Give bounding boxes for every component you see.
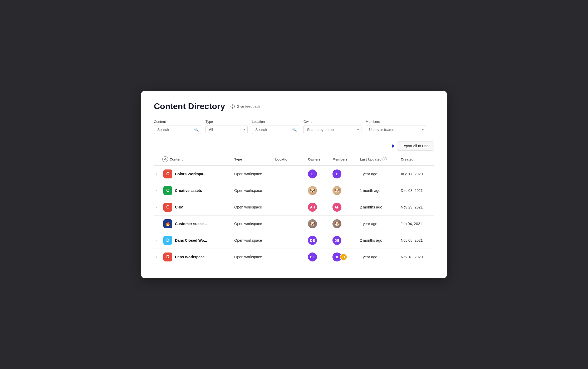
content-name-cell: 🔥Customer succe...	[161, 216, 232, 232]
expand-cell[interactable]: ›	[154, 232, 161, 249]
avatar: 🐶	[308, 219, 317, 228]
type-cell: Open workspace	[232, 199, 273, 216]
member-plus-badge: +1	[340, 253, 347, 261]
created-cell: Nov 08, 2021	[399, 232, 434, 249]
owner-cell: DE	[306, 232, 330, 249]
member-avatar-group: E	[332, 169, 356, 178]
owner-cell: AH	[306, 199, 330, 216]
member-avatar-group: 🐶	[332, 186, 356, 195]
last-updated-label: Last Updated	[360, 157, 381, 161]
location-cell	[273, 216, 306, 232]
location-cell	[273, 232, 306, 249]
owner-cell: E	[306, 166, 330, 182]
type-cell: Open workspace	[232, 182, 273, 199]
svg-point-1	[233, 107, 233, 108]
avatar: AH	[308, 203, 317, 212]
type-select-wrap: All Workspace Document Folder	[205, 125, 248, 134]
th-type: Type	[232, 154, 273, 166]
type-cell: Open workspace	[232, 166, 273, 182]
created-cell: Aug 17, 2020	[399, 166, 434, 182]
content-search-input[interactable]	[154, 125, 201, 134]
content-name-label: Customer succe...	[175, 222, 207, 226]
location-filter-label: Location	[252, 120, 299, 124]
avatar: 🐶	[308, 186, 317, 195]
content-name-cell: CColors Workspa...	[161, 166, 232, 182]
avatar: 🐶	[332, 186, 341, 195]
th-content: ⊙ Content	[161, 154, 232, 166]
expand-cell[interactable]: ›	[154, 199, 161, 216]
content-icon: D	[163, 253, 172, 261]
content-name-label: Dans Workspace	[175, 255, 205, 259]
location-search-input[interactable]	[252, 125, 299, 134]
created-cell: Nov 18, 2020	[399, 249, 434, 265]
table-row: ›DDans Closed Wo...Open workspaceDEDE2 m…	[154, 232, 434, 249]
content-icon: C	[163, 203, 172, 212]
table-row: ›DDans WorkspaceOpen workspaceDEDE+11 ye…	[154, 249, 434, 265]
location-cell	[273, 166, 306, 182]
th-location: Location	[273, 154, 306, 166]
location-cell	[273, 249, 306, 265]
content-name-label: Colors Workspa...	[175, 172, 206, 176]
expand-cell[interactable]: ›	[154, 166, 161, 182]
member-avatar-group: AH	[332, 203, 356, 212]
owner-filter-group: Owner ▾	[303, 120, 361, 134]
content-name-cell: DDans Closed Wo...	[161, 232, 232, 249]
last-updated-cell: 2 months ago	[358, 232, 399, 249]
members-cell: AH	[330, 199, 358, 216]
owner-cell: 🐶	[306, 182, 330, 199]
content-icon: C	[163, 169, 172, 178]
expand-cell[interactable]: ›	[154, 249, 161, 265]
type-filter-group: Type All Workspace Document Folder	[205, 120, 248, 134]
th-owners: Owners	[306, 154, 330, 166]
table-row: ›CCreative assetsOpen workspace🐶🐶1 month…	[154, 182, 434, 199]
table-row: ›CCRMOpen workspaceAHAH2 months agoNov 2…	[154, 199, 434, 216]
filters-row: Content 🔍 Type All Workspace Document Fo…	[154, 120, 434, 134]
export-csv-button[interactable]: Export all to CSV	[397, 142, 434, 150]
owner-cell: 🐶	[306, 216, 330, 232]
last-updated-cell: 1 month ago	[358, 182, 399, 199]
table-header: ⊙ Content Type Location Owners Members L…	[154, 154, 434, 166]
avatar: E	[332, 169, 341, 178]
data-table: ⊙ Content Type Location Owners Members L…	[154, 154, 434, 265]
export-row: Export all to CSV	[154, 142, 434, 150]
content-name-cell: CCreative assets	[161, 182, 232, 199]
members-search-input[interactable]	[366, 125, 426, 134]
expand-cell[interactable]: ›	[154, 182, 161, 199]
table-row: 🔥Customer succe...Open workspace🐶🐶1 year…	[154, 216, 434, 232]
th-last-updated: Last Updated i	[358, 154, 399, 166]
last-updated-info-icon[interactable]: i	[383, 157, 387, 161]
type-cell: Open workspace	[232, 216, 273, 232]
expand-cell	[154, 216, 161, 232]
main-window: Content Directory Give feedback Content …	[141, 91, 447, 278]
type-select[interactable]: All Workspace Document Folder	[205, 125, 248, 134]
content-name-cell: DDans Workspace	[161, 249, 232, 265]
feedback-button[interactable]: Give feedback	[230, 104, 260, 109]
members-cell: E	[330, 166, 358, 182]
members-filter-group: Members ▾	[366, 120, 426, 134]
content-name-label: Creative assets	[175, 188, 202, 193]
members-filter-label: Members	[366, 120, 426, 124]
members-cell: 🐶	[330, 216, 358, 232]
type-cell: Open workspace	[232, 249, 273, 265]
location-cell	[273, 199, 306, 216]
th-expand	[154, 154, 161, 166]
members-cell: DE+1	[330, 249, 358, 265]
last-updated-cell: 2 months ago	[358, 199, 399, 216]
arrow-head	[392, 144, 395, 148]
member-avatar-group: DE	[332, 236, 356, 245]
owner-search-input[interactable]	[303, 125, 361, 134]
th-content-label: Content	[170, 157, 183, 161]
content-name-label: Dans Closed Wo...	[175, 238, 207, 242]
header-row: ⊙ Content Type Location Owners Members L…	[154, 154, 434, 166]
avatar: AH	[332, 203, 341, 212]
content-search-wrap: 🔍	[154, 125, 201, 134]
content-icon: 🔥	[163, 219, 172, 228]
th-created: Created	[399, 154, 434, 166]
created-cell: Nov 29, 2021	[399, 199, 434, 216]
header: Content Directory Give feedback	[154, 101, 434, 111]
location-filter-group: Location 🔍	[252, 120, 299, 134]
arrow-line	[350, 146, 392, 146]
created-cell: Dec 08, 2021	[399, 182, 434, 199]
last-updated-cell: 1 year ago	[358, 216, 399, 232]
content-table: ⊙ Content Type Location Owners Members L…	[154, 154, 434, 265]
